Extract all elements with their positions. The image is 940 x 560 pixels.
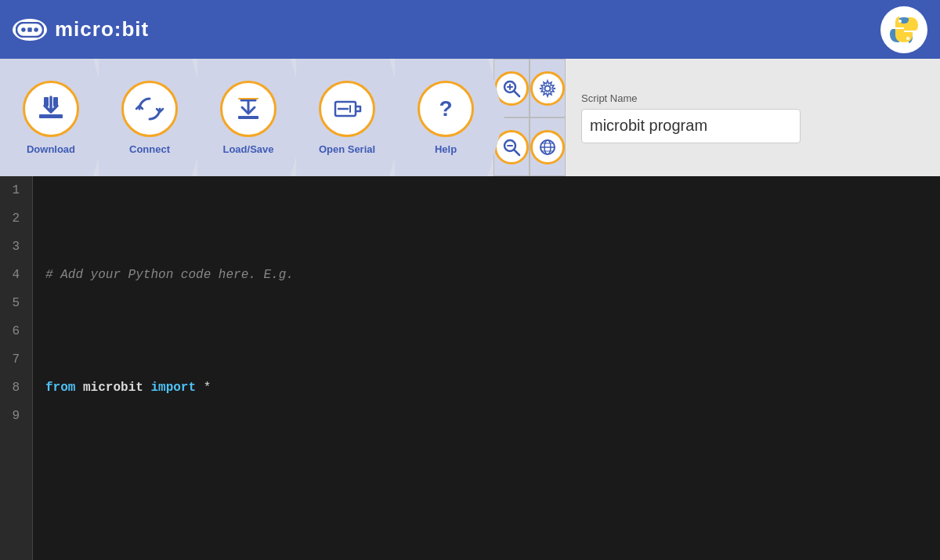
svg-point-5 — [906, 37, 909, 40]
code-line-1: # Add your Python code here. E.g. — [45, 261, 940, 289]
code-editor: 1 2 3 4 5 6 7 8 9 # Add your Python code… — [0, 176, 940, 560]
svg-line-15 — [514, 91, 519, 96]
python-logo — [880, 6, 927, 53]
code-content[interactable]: # Add your Python code here. E.g. from m… — [33, 176, 940, 560]
line-num-9: 9 — [0, 402, 26, 430]
code-line-2: from microbit import * — [45, 374, 940, 402]
download-label: Download — [27, 143, 75, 155]
download-icon-circle — [23, 81, 79, 137]
logo-text: micro:bit — [55, 17, 149, 42]
line-num-1: 1 — [0, 176, 26, 204]
settings-icon — [530, 71, 565, 106]
help-button[interactable]: ? Help — [395, 59, 504, 176]
settings-button[interactable] — [530, 59, 566, 117]
script-name-label: Script Name — [581, 92, 924, 104]
line-numbers: 1 2 3 4 5 6 7 8 9 — [0, 176, 33, 560]
svg-rect-9 — [238, 116, 258, 119]
line-num-4: 4 — [0, 261, 26, 289]
svg-text:?: ? — [439, 96, 452, 121]
line-num-2: 2 — [0, 204, 26, 233]
svg-rect-3 — [27, 27, 31, 31]
connect-button[interactable]: Connect — [99, 59, 208, 176]
toolbar: Download Connect Load/Save — [0, 59, 940, 176]
script-name-input[interactable] — [581, 109, 801, 143]
svg-rect-8 — [53, 97, 58, 107]
svg-rect-7 — [44, 97, 49, 107]
globe-button[interactable] — [530, 117, 566, 176]
toolbar-right-bottom — [494, 117, 558, 176]
line-num-6: 6 — [0, 317, 26, 345]
svg-rect-6 — [39, 114, 63, 118]
download-button[interactable]: Download — [0, 59, 110, 176]
line-num-5: 5 — [0, 289, 26, 317]
help-icon-circle: ? — [418, 81, 474, 137]
globe-icon — [530, 130, 565, 164]
svg-line-20 — [514, 150, 519, 155]
code-line-3 — [45, 486, 940, 515]
toolbar-right-top — [494, 59, 558, 117]
loadsave-label: Load/Save — [222, 143, 273, 155]
loadsave-button[interactable]: Load/Save — [197, 59, 307, 176]
header: micro:bit — [0, 0, 940, 59]
line-num-3: 3 — [0, 233, 26, 261]
line-num-7: 7 — [0, 345, 26, 374]
microbit-logo-icon — [13, 19, 47, 41]
svg-point-2 — [34, 27, 38, 31]
script-name-area: Script Name — [566, 59, 940, 176]
open-serial-label: Open Serial — [319, 143, 375, 155]
line-num-8: 8 — [0, 374, 26, 402]
svg-point-18 — [545, 85, 551, 91]
loadsave-icon-circle — [220, 81, 277, 137]
open-serial-icon-circle — [319, 81, 375, 137]
svg-point-4 — [898, 20, 902, 23]
connect-icon-circle — [121, 81, 178, 137]
open-serial-button[interactable]: Open Serial — [296, 59, 406, 176]
connect-label: Connect — [129, 143, 170, 155]
logo-area: micro:bit — [13, 17, 149, 42]
svg-point-1 — [21, 27, 25, 31]
help-label: Help — [435, 143, 457, 155]
editor-area[interactable]: 1 2 3 4 5 6 7 8 9 # Add your Python code… — [0, 176, 940, 560]
